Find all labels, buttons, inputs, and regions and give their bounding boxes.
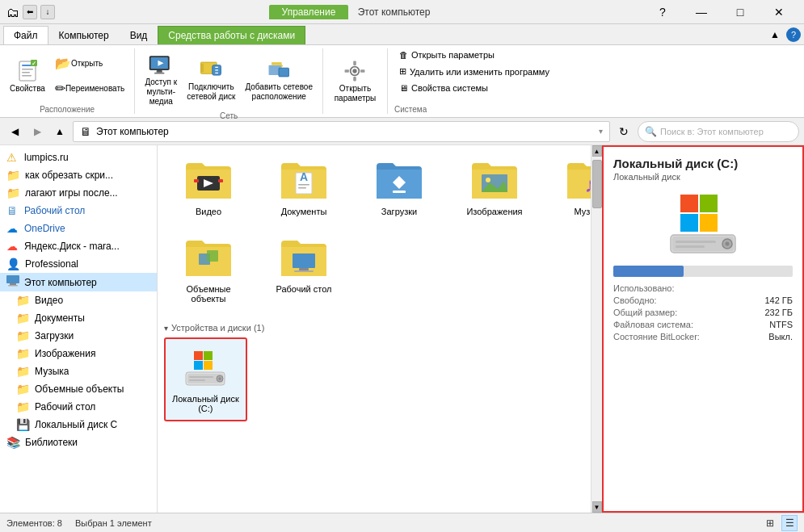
svg-rect-30 (8, 285, 18, 287)
folder-images[interactable]: Изображения (450, 152, 539, 223)
sidebar-item-thispc[interactable]: Этот компьютер (0, 273, 157, 291)
minimize-button[interactable]: — (683, 0, 720, 24)
svg-rect-10 (154, 73, 164, 74)
ribbon-btn-rename[interactable]: ✏ Переименовать (52, 77, 128, 99)
scroll-down-btn[interactable]: ▼ (592, 501, 602, 513)
svg-rect-4 (22, 75, 32, 77)
details-fs-row: Файловая система: NTFS (613, 320, 793, 329)
sidebar-item-onedrive-label: OneDrive (24, 223, 65, 234)
details-bitlocker-row: Состояние BitLocker: Выкл. (613, 332, 793, 341)
quick-access-btn2[interactable]: ↓ (40, 5, 55, 19)
devices-section-label: Устройства и диски (1) (171, 323, 264, 333)
folder-downloads[interactable]: Загрузки (355, 152, 444, 223)
forward-button[interactable]: ▶ (27, 122, 47, 141)
sidebar-item-music[interactable]: 📁 Музыка (0, 362, 157, 380)
sidebar-item-localdisk-label: Локальный диск С (35, 419, 117, 430)
ribbon-btn-netlocation[interactable]: Добавить сетевоерасположение (242, 53, 316, 105)
scrollbar[interactable]: ▲ ▼ (591, 145, 602, 513)
folder-video[interactable]: Видео (164, 152, 253, 223)
search-box[interactable]: 🔍 Поиск в: Этот компьютер (638, 121, 799, 142)
sidebar-item-video-label: Видео (35, 295, 63, 306)
location-group-label: Расположение (40, 105, 95, 114)
sidebar-item-libraries[interactable]: 📚 Библиотеки (0, 434, 157, 451)
sidebar-item-wdesktop[interactable]: 📁 Рабочий стол (0, 398, 157, 416)
sidebar-item-folder2[interactable]: 📁 лагают игры после... (0, 184, 157, 202)
sidebar-item-desktop[interactable]: 🖥 Рабочий стол (0, 202, 157, 220)
address-path[interactable]: 🖥 Этот компьютер ▾ (73, 121, 610, 142)
sidebar-item-onedrive[interactable]: ☁ OneDrive (0, 220, 157, 237)
svg-point-58 (219, 378, 221, 380)
music-folder-icon: 📁 (16, 365, 30, 378)
view-grid-btn[interactable]: ⊞ (762, 515, 778, 531)
ribbon-help-btn[interactable]: ? (786, 27, 801, 42)
settings-icon (342, 58, 368, 84)
sidebar-item-folder1[interactable]: 📁 как обрезать скри... (0, 166, 157, 184)
up-button[interactable]: ▲ (50, 122, 69, 141)
folder-docs-label: Документы (281, 207, 327, 216)
folder-objects[interactable]: Объемные объекты (164, 229, 253, 310)
open-icon: 📂 (55, 56, 71, 71)
app-icon: 🗂 (6, 6, 19, 19)
folder-music[interactable]: ♪ Музыка (545, 152, 591, 223)
tab-manage[interactable]: Средства работы с дисками (158, 26, 305, 44)
refresh-button[interactable]: ↻ (613, 121, 634, 142)
netdrive-icon (198, 57, 224, 82)
sidebar-item-warning[interactable]: ⚠ lumpics.ru (0, 149, 157, 166)
sidebar-item-video[interactable]: 📁 Видео (0, 291, 157, 309)
system-group-label: Система (394, 105, 427, 114)
ribbon-btn-remove-program[interactable]: 🗑 Открыть параметры (394, 48, 499, 61)
svg-rect-52 (204, 351, 213, 360)
remove-program-icon: 🗑 (399, 50, 408, 60)
folder-desktop[interactable]: Рабочий стол (259, 229, 348, 310)
view-list-btn[interactable]: ☰ (781, 515, 798, 531)
ribbon-btn-settings[interactable]: Открытьпараметры (331, 55, 380, 107)
remove-program-label: Открыть параметры (411, 50, 495, 60)
management-icon: 🖥 (399, 83, 408, 93)
close-button[interactable]: ✕ (760, 0, 798, 24)
sidebar-item-objects[interactable]: 📁 Объемные объекты (0, 380, 157, 398)
ribbon-btn-system-props[interactable]: ⊞ Удалить или изменить программу (394, 65, 554, 78)
drive-c[interactable]: Локальный диск(C:) (164, 337, 247, 421)
file-area: Видео A Документы (158, 145, 591, 513)
svg-rect-20 (279, 68, 288, 77)
details-total-row: Общий размер: 232 ГБ (613, 308, 793, 317)
ribbon-btn-open[interactable]: 📂 Открыть (52, 52, 128, 74)
tab-view[interactable]: Вид (120, 26, 158, 44)
maximize-button[interactable]: □ (722, 0, 759, 24)
properties-label: Свойства (10, 84, 45, 94)
folder-docs[interactable]: A Документы (259, 152, 348, 223)
scroll-thumb[interactable] (592, 160, 602, 208)
svg-rect-60 (189, 379, 205, 381)
quick-access-btn1[interactable]: ⬅ (23, 5, 37, 19)
sidebar-item-yadisk[interactable]: ☁ Яндекс.Диск - mara... (0, 237, 157, 255)
details-fs-value: NTFS (769, 320, 793, 329)
sidebar-item-images-label: Изображения (35, 348, 95, 359)
back-button[interactable]: ◀ (5, 122, 24, 141)
folder-music-icon: ♪ (564, 158, 591, 203)
ribbon-btn-management[interactable]: 🖥 Свойства системы (394, 82, 493, 94)
netlocation-label: Добавить сетевоерасположение (245, 82, 313, 102)
sidebar-item-professional[interactable]: 👤 Professional (0, 255, 157, 273)
svg-text:✓: ✓ (32, 61, 36, 66)
svg-rect-51 (194, 351, 203, 360)
help-button[interactable]: ? (644, 0, 681, 24)
svg-rect-38 (298, 187, 306, 189)
scroll-up-btn[interactable]: ▲ (592, 145, 602, 157)
sidebar-item-localdisk[interactable]: 💾 Локальный диск С (0, 416, 157, 434)
ribbon-btn-properties[interactable]: ✓ Свойства (6, 55, 48, 97)
system-props-icon: ⊞ (399, 66, 406, 77)
folder1-icon: 📁 (6, 169, 20, 182)
ribbon-collapse-btn[interactable]: ▲ (765, 25, 785, 44)
ribbon-btn-media[interactable]: Доступ кмульти-медиа (141, 48, 180, 110)
tab-computer[interactable]: Компьютер (48, 26, 120, 44)
ribbon-btn-netdrive[interactable]: Подключитьсетевой диск (183, 53, 238, 105)
details-total-label: Общий размер: (613, 308, 677, 317)
svg-rect-69 (676, 241, 716, 243)
sidebar-item-images[interactable]: 📁 Изображения (0, 345, 157, 362)
sidebar-item-docs[interactable]: 📁 Документы (0, 309, 157, 327)
folder-desktop-label: Рабочий стол (276, 284, 331, 294)
path-dropdown-icon[interactable]: ▾ (599, 127, 603, 136)
path-text: Этот компьютер (96, 126, 169, 137)
sidebar-item-downloads[interactable]: 📁 Загрузки (0, 327, 157, 345)
tab-file[interactable]: Файл (3, 26, 48, 44)
